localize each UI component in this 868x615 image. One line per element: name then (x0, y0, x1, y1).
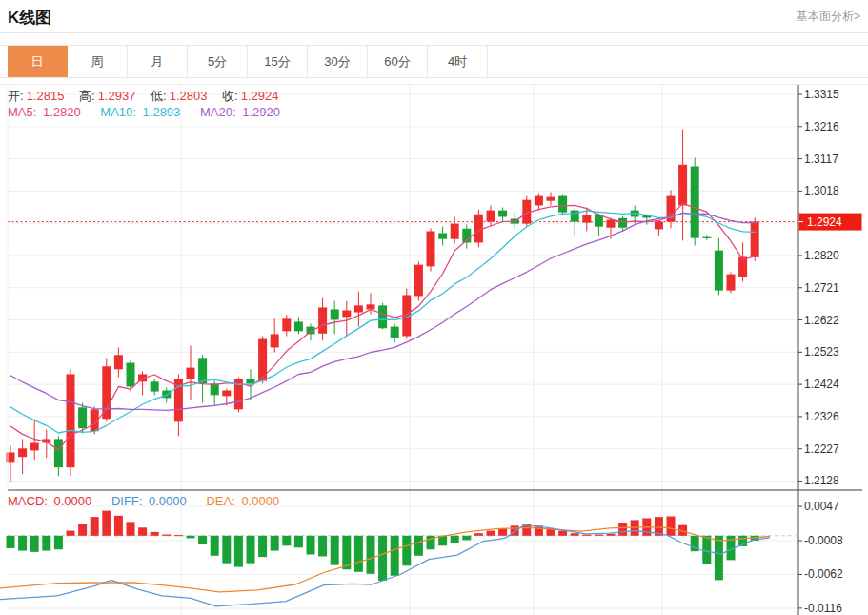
macd-bar-positive (151, 532, 159, 536)
candle-up[interactable] (367, 304, 375, 309)
candle-up[interactable] (535, 196, 543, 206)
macd-bar-positive (498, 528, 507, 536)
candle-up[interactable] (222, 391, 231, 397)
candle-down[interactable] (571, 211, 579, 222)
macd-bar-negative (307, 536, 315, 555)
candle-down[interactable] (54, 439, 63, 467)
candle-down[interactable] (715, 251, 723, 291)
candle-up[interactable] (318, 307, 327, 333)
macd-bar-negative (258, 536, 267, 557)
candle-up[interactable] (354, 305, 363, 312)
candle-up[interactable] (751, 222, 759, 257)
candle-up[interactable] (114, 355, 123, 369)
tab-15min[interactable]: 15分 (248, 46, 308, 77)
candle-up[interactable] (487, 211, 495, 222)
tab-month[interactable]: 月 (128, 46, 188, 77)
price-tick-label: 1.2523 (804, 345, 839, 359)
macd-bar-negative (18, 536, 27, 551)
candle-up[interactable] (30, 443, 39, 451)
macd-tick-label: -0.0116 (804, 602, 842, 615)
macd-bar-positive (571, 533, 579, 536)
candle-up[interactable] (655, 222, 663, 230)
macd-tick-label: 0.0047 (804, 500, 839, 513)
macd-bar-negative (198, 536, 207, 544)
candle-down[interactable] (498, 211, 507, 217)
candle-up[interactable] (607, 220, 616, 228)
price-tick-label: 1.3117 (804, 153, 838, 166)
macd-bar-negative (294, 536, 303, 547)
macd-bar-positive (558, 531, 567, 536)
macd-bar-positive (91, 517, 99, 536)
price-tick-label: 1.3018 (804, 184, 839, 197)
candle-up[interactable] (67, 374, 75, 467)
candle-down[interactable] (198, 358, 207, 383)
macd-bar-positive (474, 533, 483, 536)
candle-down[interactable] (78, 407, 87, 428)
kline-chart-area[interactable]: 1.33151.32161.31171.30181.28201.27211.26… (0, 84, 868, 615)
candle-down[interactable] (618, 218, 627, 228)
candle-down[interactable] (378, 305, 387, 328)
candle-up[interactable] (102, 366, 111, 419)
candle-down[interactable] (595, 215, 603, 227)
macd-bar-negative (402, 536, 411, 565)
price-tick-label: 1.2721 (804, 281, 839, 295)
tab-day[interactable]: 日 (8, 46, 68, 77)
macd-bar-positive (487, 531, 495, 536)
tab-60min[interactable]: 60分 (368, 46, 428, 77)
candle-up[interactable] (427, 231, 435, 266)
macd-tick-label: -0.0008 (804, 534, 843, 547)
candle-up[interactable] (451, 224, 459, 239)
candle-up[interactable] (342, 310, 351, 317)
macd-bar-negative (414, 536, 423, 556)
candle-down[interactable] (702, 237, 711, 238)
macd-bar-negative (54, 536, 63, 549)
candle-up[interactable] (414, 265, 423, 297)
macd-bar-negative (378, 536, 387, 581)
fundamental-analysis-link[interactable]: 基本面分析> (797, 9, 860, 25)
macd-bar-positive (595, 535, 603, 536)
macd-bar-positive (114, 516, 123, 536)
candle-down[interactable] (127, 362, 135, 386)
candle-up[interactable] (474, 215, 483, 243)
candle-down[interactable] (211, 383, 219, 395)
macd-bar-negative (354, 536, 363, 572)
tab-week[interactable]: 周 (68, 46, 128, 77)
tab-5min[interactable]: 5分 (188, 46, 248, 77)
candle-down[interactable] (391, 327, 399, 338)
candle-up[interactable] (187, 368, 195, 379)
page-title: K线图 (8, 5, 51, 29)
price-tick-label: 1.3216 (804, 120, 839, 133)
candle-up[interactable] (678, 165, 687, 206)
candle-down[interactable] (331, 309, 339, 319)
macd-bar-negative (30, 536, 39, 552)
tab-4hour[interactable]: 4时 (428, 46, 488, 77)
candle-down[interactable] (558, 196, 567, 213)
candle-up[interactable] (727, 275, 736, 291)
macd-bar-positive (162, 535, 171, 536)
macd-bar-negative (271, 536, 279, 551)
macd-bar-positive (102, 511, 111, 536)
macd-bar-positive (582, 535, 591, 536)
macd-bar-positive (67, 531, 75, 536)
candle-down[interactable] (294, 321, 303, 331)
price-tick-label: 1.3315 (804, 88, 839, 101)
price-tick-label: 1.2128 (804, 474, 839, 487)
interval-tabbar: 日 周 月 5分 15分 30分 60分 4时 (0, 45, 868, 78)
candle-down[interactable] (162, 391, 171, 399)
candle-up[interactable] (271, 334, 279, 347)
candle-up[interactable] (547, 197, 555, 201)
candle-up[interactable] (282, 318, 291, 331)
macd-bar-positive (78, 524, 87, 536)
candle-up[interactable] (18, 448, 27, 457)
macd-bar-negative (234, 536, 243, 567)
candle-down[interactable] (438, 234, 447, 239)
macd-bar-negative (7, 536, 15, 548)
macd-bar-positive (618, 523, 627, 536)
tab-30min[interactable]: 30分 (308, 46, 368, 77)
macd-bar-negative (462, 536, 471, 541)
candle-up[interactable] (582, 215, 591, 223)
candle-down[interactable] (151, 381, 159, 391)
price-tick-label: 1.2227 (804, 442, 839, 456)
macd-bar-negative (42, 536, 50, 551)
candle-down[interactable] (691, 166, 699, 237)
